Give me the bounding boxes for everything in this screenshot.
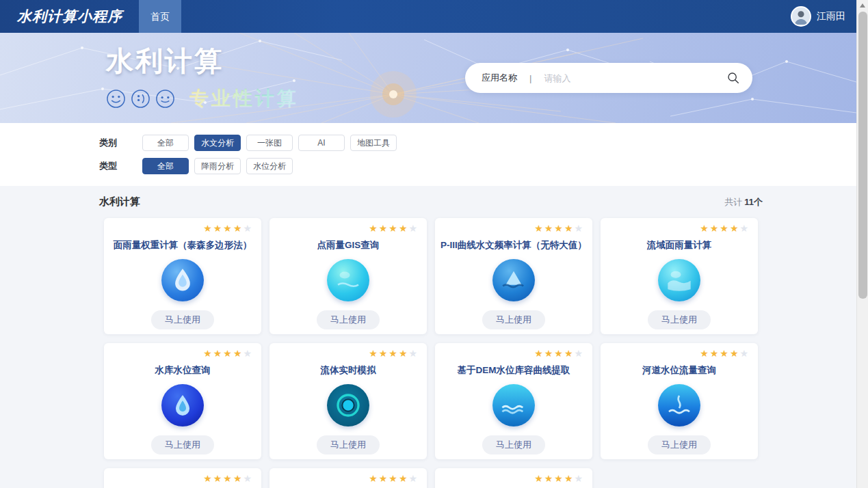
filter-group-label: 类别: [99, 137, 120, 149]
star-filled-icon: ★: [203, 473, 213, 484]
app-card[interactable]: ★★★★★流域面雨量计算马上使用: [601, 218, 758, 334]
filter-chip[interactable]: 一张图: [246, 135, 293, 151]
scrollbar-thumb[interactable]: [858, 12, 867, 299]
star-empty-icon: ★: [574, 223, 584, 234]
glossy-drop-icon: [161, 384, 204, 426]
app-card[interactable]: ★★★★★智能识别马上使用: [435, 468, 592, 488]
use-now-button[interactable]: 马上使用: [151, 435, 214, 455]
filter-chip[interactable]: 水文分析: [194, 135, 241, 151]
filter-chip[interactable]: AI: [298, 135, 345, 151]
vertical-scrollbar[interactable]: [856, 0, 868, 488]
app-card[interactable]: ★★★★★河道水位流量查询马上使用: [601, 343, 758, 459]
person-photo-icon: [792, 8, 810, 25]
star-filled-icon: ★: [564, 223, 575, 234]
star-filled-icon: ★: [203, 348, 213, 359]
use-now-button[interactable]: 马上使用: [482, 435, 545, 455]
app-card[interactable]: ★★★★★多雨量站点空间插值马上使用: [104, 468, 261, 488]
hero-subtitle-row: 专业性计算: [106, 85, 299, 111]
star-filled-icon: ★: [233, 348, 244, 359]
rating-stars: ★★★★★: [700, 223, 750, 233]
app-card-title: 基于DEM水位库容曲线提取: [458, 364, 570, 377]
total-count-prefix: 共计: [724, 197, 742, 207]
star-filled-icon: ★: [369, 223, 379, 234]
filter-chip[interactable]: 全部: [142, 135, 189, 151]
star-filled-icon: ★: [369, 348, 379, 359]
rating-stars: ★★★★★: [369, 223, 419, 233]
total-count: 共计11个: [724, 196, 763, 208]
app-card[interactable]: ★★★★★P-III曲线水文频率计算（无特大值）马上使用: [435, 218, 592, 334]
filter-rows: 类别全部水文分析一张图AI地图工具类型全部降雨分析水位分析: [99, 135, 856, 174]
star-filled-icon: ★: [544, 473, 555, 484]
ocean-waves-icon: [492, 384, 535, 426]
filter-chip[interactable]: 降雨分析: [194, 158, 241, 174]
water-drop-icon: [161, 259, 204, 301]
app-card[interactable]: ★★★★★天文潮调和分析马上使用: [269, 468, 427, 488]
star-filled-icon: ★: [233, 473, 244, 484]
star-empty-icon: ★: [408, 473, 419, 484]
filter-chip[interactable]: 全部: [142, 158, 189, 174]
star-filled-icon: ★: [544, 223, 555, 234]
use-now-button[interactable]: 马上使用: [317, 435, 380, 455]
star-filled-icon: ★: [544, 348, 555, 359]
app-card-title: 流体实时模拟: [321, 364, 376, 377]
use-now-button[interactable]: 马上使用: [482, 310, 545, 329]
app-card-grid: ★★★★★面雨量权重计算（泰森多边形法）马上使用★★★★★点雨量GIS查询马上使…: [104, 218, 856, 488]
search-field-label: 应用名称: [482, 72, 517, 84]
magnifier-icon[interactable]: [726, 71, 740, 85]
main-content: 水利计算 共计11个 ★★★★★面雨量权重计算（泰森多边形法）马上使用★★★★★…: [0, 186, 856, 488]
star-filled-icon: ★: [399, 348, 409, 359]
star-filled-icon: ★: [554, 223, 564, 234]
user-name: 江雨田: [817, 10, 845, 23]
star-empty-icon: ★: [408, 348, 419, 359]
filter-chip[interactable]: 地图工具: [350, 135, 397, 151]
star-filled-icon: ★: [710, 348, 720, 359]
scrollbar-up-arrow-icon[interactable]: [857, 0, 868, 11]
user-account[interactable]: 江雨田: [791, 6, 845, 27]
hero-text-block: 水利计算 专业性计算: [106, 42, 299, 111]
app-card[interactable]: ★★★★★水库水位查询马上使用: [104, 343, 261, 459]
use-now-button[interactable]: 马上使用: [648, 310, 711, 329]
star-empty-icon: ★: [739, 223, 750, 234]
app-card-title: 点雨量GIS查询: [317, 239, 380, 252]
star-filled-icon: ★: [554, 473, 564, 484]
use-now-button[interactable]: 马上使用: [317, 310, 380, 329]
wink-icon: [131, 89, 150, 109]
star-filled-icon: ★: [223, 348, 233, 359]
rating-stars: ★★★★★: [534, 223, 584, 233]
search-input[interactable]: [544, 73, 726, 83]
star-filled-icon: ★: [554, 348, 564, 359]
star-filled-icon: ★: [730, 348, 740, 359]
filter-row: 类别全部水文分析一张图AI地图工具: [99, 135, 856, 151]
star-filled-icon: ★: [213, 223, 224, 234]
star-empty-icon: ★: [408, 223, 419, 234]
rating-stars: ★★★★★: [700, 349, 750, 358]
section-title: 水利计算: [99, 195, 140, 208]
star-filled-icon: ★: [379, 348, 389, 359]
star-empty-icon: ★: [243, 348, 253, 359]
iceberg-water-icon: [492, 259, 535, 301]
rating-stars: ★★★★★: [534, 349, 584, 358]
app-card[interactable]: ★★★★★面雨量权重计算（泰森多边形法）马上使用: [104, 218, 261, 334]
star-filled-icon: ★: [564, 348, 575, 359]
star-filled-icon: ★: [379, 223, 389, 234]
app-card-title: P-III曲线水文频率计算（无特大值）: [440, 239, 587, 252]
use-now-button[interactable]: 马上使用: [151, 310, 214, 329]
use-now-button[interactable]: 马上使用: [648, 435, 711, 455]
globe-sphere-icon: [327, 259, 369, 301]
app-card[interactable]: ★★★★★基于DEM水位库容曲线提取马上使用: [435, 343, 592, 459]
rating-stars: ★★★★★: [203, 474, 253, 483]
water-spout-icon: [658, 384, 700, 426]
star-empty-icon: ★: [739, 348, 750, 359]
star-filled-icon: ★: [710, 223, 720, 234]
filter-panel: 类别全部水文分析一张图AI地图工具类型全部降雨分析水位分析: [0, 123, 856, 186]
app-card[interactable]: ★★★★★点雨量GIS查询马上使用: [269, 218, 427, 334]
star-filled-icon: ★: [534, 223, 544, 234]
user-avatar[interactable]: [791, 6, 811, 27]
nav-tab-home[interactable]: 首页: [139, 0, 181, 33]
app-card[interactable]: ★★★★★流体实时模拟马上使用: [269, 343, 427, 459]
filter-row: 类型全部降雨分析水位分析: [99, 158, 856, 174]
smiley-icon: [106, 89, 126, 109]
app-card-title: 河道水位流量查询: [642, 364, 716, 377]
top-navbar: 水利计算小程序 首页 江雨田: [0, 0, 856, 33]
filter-chip[interactable]: 水位分析: [246, 158, 293, 174]
